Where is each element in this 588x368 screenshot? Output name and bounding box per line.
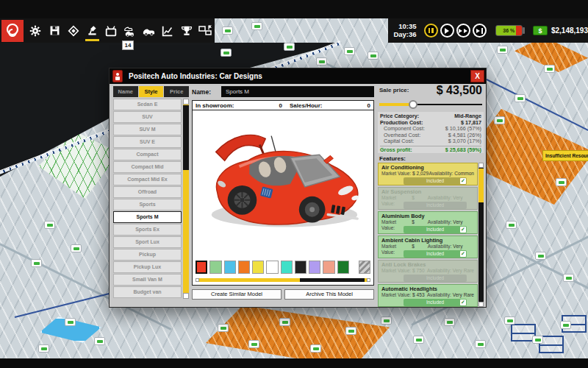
marketing-button[interactable] (101, 18, 121, 43)
scroll-left-arrow[interactable] (196, 278, 199, 282)
model-item[interactable]: Offroad (113, 186, 182, 198)
max-speed-button[interactable] (473, 24, 487, 38)
model-item[interactable]: SUV M (113, 124, 182, 135)
scrollbar-thumb[interactable] (478, 169, 484, 202)
color-swatch[interactable] (266, 261, 278, 274)
stats-button[interactable] (158, 18, 177, 43)
model-list-panel: Name Style Price Sedan E SUV SUV M SUV E… (113, 86, 189, 304)
conveyor-station (31, 259, 42, 267)
color-palette (196, 258, 370, 276)
diamond-map-icon (67, 24, 80, 38)
model-item[interactable]: SUV (113, 111, 182, 123)
pause-icon (429, 28, 431, 33)
showroom-button[interactable] (121, 18, 140, 43)
scroll-down-arrow[interactable] (183, 293, 189, 299)
car-designs-button[interactable] (139, 18, 158, 43)
color-swatch[interactable] (209, 261, 221, 274)
color-swatch[interactable] (281, 261, 293, 274)
conveyor-station (38, 344, 49, 353)
conveyor-station (65, 318, 76, 326)
scrollbar-thumb[interactable] (183, 105, 189, 170)
top-black-strip (0, 0, 588, 18)
scrollbar-thumb[interactable] (300, 278, 365, 282)
dialog-title-bar[interactable]: Positech Auto Industries: Car Designs X (110, 68, 486, 84)
in-showroom-label: In showroom: (196, 102, 234, 109)
feature-card-disabled[interactable]: Anti Lock Brakes Market Value: $ 750Avai… (378, 260, 478, 283)
dialog-title: Positech Auto Industries: Car Designs (129, 68, 262, 84)
pause-button[interactable] (424, 24, 438, 38)
model-item[interactable]: Sports (113, 199, 182, 210)
main-toolbar (0, 18, 215, 43)
factory-map-button[interactable] (64, 18, 83, 43)
model-item[interactable]: SUV E (113, 136, 182, 148)
screens-button[interactable] (196, 18, 215, 43)
monitors-flag-icon (198, 24, 212, 38)
conveyor-station (220, 49, 232, 57)
tab-price[interactable]: Price (164, 86, 189, 97)
color-swatch[interactable] (252, 261, 264, 274)
color-swatch[interactable] (337, 261, 349, 274)
model-item[interactable]: Pickup Lux (113, 261, 182, 273)
play-button[interactable] (440, 24, 454, 38)
model-item[interactable]: Pickup (113, 249, 182, 261)
feature-card-disabled[interactable]: Air Suspension Market Value: $ 2,250Avai… (378, 187, 478, 210)
pattern-swatch[interactable] (359, 261, 370, 274)
dialog-content: Name Style Price Sedan E SUV SUV M SUV E… (110, 84, 486, 307)
achievements-button[interactable] (177, 18, 196, 43)
color-swatch[interactable] (309, 261, 320, 274)
save-button[interactable] (45, 18, 64, 43)
included-toggle[interactable]: Included✓ (404, 250, 467, 258)
model-name-input[interactable] (221, 86, 374, 97)
conveyor-station (560, 321, 571, 329)
research-button[interactable] (83, 18, 102, 43)
color-swatch[interactable] (323, 261, 334, 274)
settings-button[interactable] (26, 18, 46, 43)
model-item[interactable]: Budget van (113, 286, 182, 298)
included-toggle[interactable]: Included✓ (404, 299, 467, 306)
model-item-selected[interactable]: Sports M (113, 211, 182, 223)
slider-handle[interactable] (409, 100, 417, 109)
color-swatch[interactable] (295, 261, 306, 274)
archive-this-model-button[interactable]: Archive This Model (284, 289, 374, 300)
gross-profit-label: Gross profit: (380, 147, 412, 154)
feature-card[interactable]: Air Conditioning Market Value: $ 2,029Av… (378, 163, 478, 185)
price-slider[interactable] (379, 100, 482, 109)
create-similar-model-button[interactable]: Create Similar Model (192, 289, 282, 300)
included-toggle[interactable]: Included (404, 275, 467, 282)
model-item[interactable]: Sedan E (113, 99, 182, 110)
included-toggle[interactable]: Included (404, 202, 467, 209)
features-scrollbar[interactable] (478, 163, 484, 307)
tab-style[interactable]: Style (139, 86, 164, 97)
feature-card[interactable]: Ambient Cabin Lighting Market Value: $ 1… (378, 236, 478, 258)
fast-forward-button[interactable] (456, 24, 470, 38)
palette-scrollbar[interactable] (196, 278, 370, 282)
color-swatch[interactable] (196, 261, 207, 274)
positech-logo-button[interactable] (1, 20, 24, 42)
color-swatch[interactable] (238, 261, 250, 274)
scroll-right-arrow[interactable] (367, 278, 370, 282)
feature-card[interactable]: Aluminium Body Market Value: $ 2,200Avai… (378, 211, 478, 234)
model-item[interactable]: Sport Lux (113, 236, 182, 248)
included-toggle[interactable]: Included✓ (404, 226, 467, 233)
feature-card[interactable]: Automatic Headlights Market Value: $ 453… (378, 284, 478, 307)
scroll-up-arrow[interactable] (478, 163, 484, 168)
sale-price-label: Sale price: (379, 87, 409, 93)
model-item[interactable]: Sports Ex (113, 224, 182, 236)
model-item[interactable]: Compact (113, 149, 182, 160)
model-preview-panel: In showroom: 0 Sales/Hour: 0 (192, 100, 374, 286)
conveyor-station (444, 318, 455, 326)
color-swatch[interactable] (224, 261, 236, 274)
capital-cost-label: Capital Cost: (384, 138, 414, 145)
model-item[interactable]: Compact Mid Ex (113, 174, 182, 185)
model-item[interactable]: Small Van M (113, 274, 182, 286)
close-button[interactable]: X (470, 70, 484, 82)
conveyor-station (381, 316, 392, 325)
scroll-down-arrow[interactable] (478, 302, 484, 307)
model-list-scrollbar[interactable] (183, 99, 189, 299)
scroll-up-arrow[interactable] (183, 99, 189, 105)
included-toggle[interactable]: Included✓ (404, 177, 467, 185)
capital-cost-value: $ 3,070 (17%) (448, 138, 481, 145)
tab-name[interactable]: Name (113, 86, 138, 97)
model-item[interactable]: Compact Mid (113, 161, 182, 173)
conveyor-station (94, 337, 105, 345)
